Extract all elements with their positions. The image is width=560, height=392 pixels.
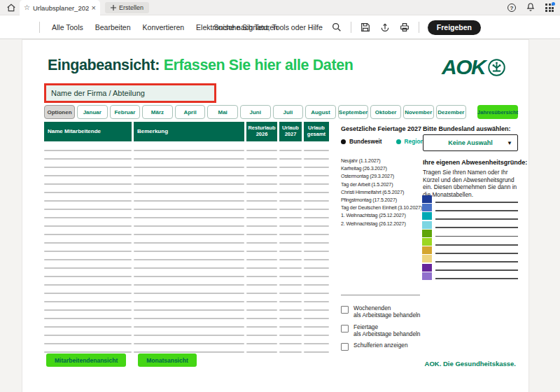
- table-header: Name Mitarbeitende Bemerkung Resturlaub …: [44, 122, 329, 141]
- toolbar-divider: [39, 22, 40, 33]
- document-tab[interactable]: ☆ Urlaubsplaner_2027_G... ×: [20, 0, 100, 15]
- create-new-button[interactable]: Erstellen: [105, 2, 149, 13]
- apps-grid-icon[interactable]: [545, 4, 554, 12]
- search-icon[interactable]: [331, 22, 342, 33]
- menu-item-2[interactable]: Konvertieren: [143, 23, 185, 31]
- checkbox-weekends-box[interactable]: [341, 306, 349, 314]
- checkbox-school-holidays-box[interactable]: [341, 343, 349, 351]
- absence-entry-row[interactable]: [422, 238, 518, 246]
- tab-month-dezember[interactable]: Dezember: [436, 105, 467, 119]
- checkbox-school-holidays[interactable]: Schulferien anzeigen: [341, 342, 408, 351]
- holiday-item: Christi Himmelfahrt (6.5.2027): [341, 188, 416, 196]
- absence-entry-line[interactable]: [435, 261, 518, 262]
- tab-year-overview[interactable]: Jahresübersicht: [477, 105, 518, 119]
- color-swatch: [422, 195, 432, 203]
- absence-entry-line[interactable]: [435, 244, 518, 246]
- table-row[interactable]: [44, 236, 329, 244]
- print-icon[interactable]: [399, 22, 410, 33]
- color-swatch: [422, 238, 432, 246]
- absence-entry-row[interactable]: [422, 246, 518, 254]
- section-divider: [341, 295, 420, 295]
- table-row[interactable]: [44, 345, 329, 354]
- help-icon[interactable]: ?: [507, 4, 516, 12]
- absence-entry-row[interactable]: [422, 264, 518, 272]
- tab-month-november[interactable]: November: [403, 105, 434, 119]
- absence-entry-line[interactable]: [435, 218, 518, 220]
- close-tab-icon[interactable]: ×: [92, 4, 96, 12]
- tab-month-februar[interactable]: Februar: [110, 105, 141, 119]
- holiday-item: 1. Weihnachtstag (25.12.2027): [341, 211, 416, 219]
- checkbox-holidays-box[interactable]: [341, 325, 349, 332]
- table-row[interactable]: [44, 328, 329, 337]
- absence-entry-row[interactable]: [422, 255, 518, 262]
- table-row[interactable]: [44, 227, 329, 236]
- tab-month-juni[interactable]: Juni: [240, 105, 271, 119]
- month-view-button[interactable]: Monatsansicht: [138, 354, 197, 367]
- table-row[interactable]: [44, 286, 329, 295]
- tab-month-august[interactable]: August: [305, 105, 336, 119]
- table-row[interactable]: [44, 202, 329, 211]
- absence-entry-row[interactable]: [422, 212, 518, 220]
- star-icon[interactable]: ☆: [24, 4, 30, 11]
- share-button[interactable]: Freigeben: [428, 20, 481, 35]
- save-icon[interactable]: [360, 22, 371, 33]
- table-row[interactable]: [44, 320, 329, 328]
- absence-entry-row[interactable]: [422, 230, 518, 237]
- holiday-item: 2. Weihnachtstag (26.12.2027): [341, 220, 416, 227]
- upload-cloud-icon[interactable]: [379, 22, 391, 33]
- absence-entry-row[interactable]: [422, 272, 518, 280]
- menu-item-0[interactable]: Alle Tools: [52, 23, 83, 31]
- absence-entry-line[interactable]: [435, 253, 518, 254]
- absence-entry-line[interactable]: [435, 236, 518, 237]
- tab-month-januar[interactable]: Januar: [77, 105, 108, 119]
- table-row[interactable]: [44, 278, 329, 286]
- table-row[interactable]: [44, 337, 329, 345]
- table-row[interactable]: [44, 312, 329, 320]
- holiday-item: Pfingstmontag (17.5.2027): [341, 196, 416, 204]
- absence-entry-row[interactable]: [422, 221, 518, 229]
- tab-month-juli[interactable]: Juli: [273, 105, 304, 119]
- checkbox-holidays[interactable]: Feiertageals Arbeitstage behandeln: [341, 324, 421, 338]
- absence-entry-line[interactable]: [435, 270, 518, 271]
- toolbar-divider: [351, 22, 351, 33]
- notifications-bell-icon[interactable]: [525, 2, 536, 13]
- table-row[interactable]: [44, 211, 329, 219]
- table-row[interactable]: [44, 295, 329, 303]
- chevron-down-icon: ▼: [507, 140, 512, 146]
- absence-entry-row[interactable]: [422, 204, 518, 211]
- table-row[interactable]: [44, 194, 329, 202]
- tab-month-mai[interactable]: Mai: [207, 105, 238, 119]
- table-row[interactable]: [44, 177, 329, 186]
- table-row[interactable]: [44, 261, 329, 270]
- absence-entry-line[interactable]: [435, 278, 518, 279]
- holiday-item: Tag der Deutschen Einheit (3.10.2027): [341, 204, 416, 211]
- table-row[interactable]: [44, 152, 329, 160]
- table-row[interactable]: [44, 160, 329, 169]
- absence-entry-line[interactable]: [435, 202, 518, 203]
- absence-entry-row[interactable]: [422, 195, 518, 203]
- table-row[interactable]: [44, 219, 329, 227]
- home-icon[interactable]: [6, 3, 16, 13]
- table-row[interactable]: [44, 270, 329, 278]
- tab-month-september[interactable]: September: [338, 105, 369, 119]
- table-row[interactable]: [44, 244, 329, 253]
- menu-item-1[interactable]: Bearbeiten: [95, 23, 131, 31]
- absence-entry-line[interactable]: [435, 210, 518, 211]
- table-row[interactable]: [44, 169, 329, 177]
- table-row[interactable]: [44, 144, 329, 152]
- tab-month-märz[interactable]: März: [142, 105, 173, 119]
- tab-month-oktober[interactable]: Oktober: [370, 105, 401, 119]
- table-row[interactable]: [44, 186, 329, 194]
- company-name-input[interactable]: Name der Firma / Abteilung: [44, 83, 216, 103]
- checkbox-weekends[interactable]: Wochenendenals Arbeitstage behandeln: [341, 305, 421, 319]
- state-select-label: Bitte Bundesland auswählen:: [423, 125, 511, 132]
- state-select-dropdown[interactable]: Keine Auswahl ▼: [423, 134, 518, 151]
- employee-view-button[interactable]: Mitarbeitendenansicht: [46, 354, 126, 367]
- color-swatch: [422, 264, 432, 272]
- table-row[interactable]: [44, 253, 329, 261]
- absence-entry-line[interactable]: [435, 227, 518, 228]
- table-row[interactable]: [44, 303, 329, 312]
- search-input[interactable]: Suche nach Text, Tools oder Hilfe: [214, 23, 322, 31]
- tab-month-april[interactable]: April: [175, 105, 206, 119]
- tab-options[interactable]: Optionen: [44, 105, 75, 119]
